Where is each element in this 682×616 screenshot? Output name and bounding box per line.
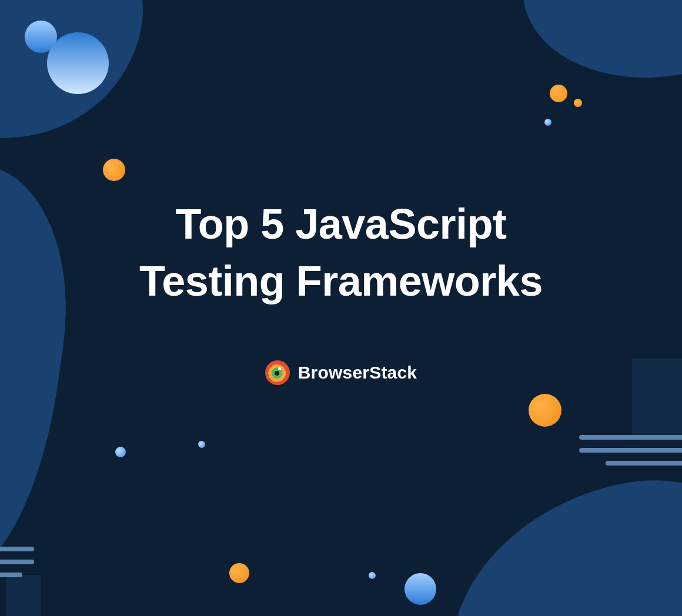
page-title: Top 5 JavaScript Testing Frameworks — [139, 196, 543, 310]
brand: BrowserStack — [265, 360, 417, 385]
main-content: Top 5 JavaScript Testing Frameworks Brow… — [0, 0, 682, 616]
headline-line-1: Top 5 JavaScript — [176, 200, 507, 247]
headline-line-2: Testing Frameworks — [139, 257, 543, 304]
browserstack-logo-icon — [265, 360, 290, 385]
brand-name: BrowserStack — [298, 363, 417, 383]
